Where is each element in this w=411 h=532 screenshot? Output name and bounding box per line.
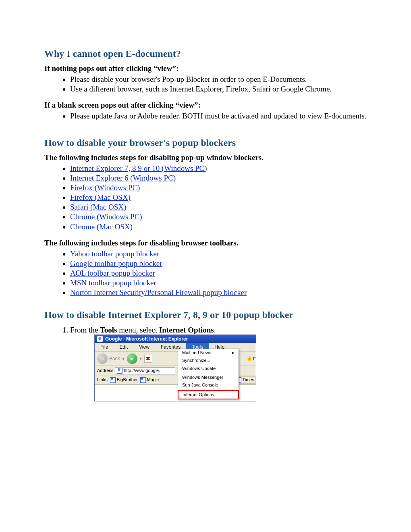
link-chrome-mac[interactable]: Chrome (Mac OSX) (70, 222, 133, 231)
link-msn-toolbar[interactable]: MSN toolbar popup blocker (70, 278, 156, 287)
menu-item-mail-news[interactable]: Mail and News ▶ (178, 349, 239, 357)
subheading-disable-toolbars: The following includes steps for disabli… (44, 239, 367, 247)
page-icon (117, 368, 122, 374)
menu-item-internet-options[interactable]: Internet Options... (178, 390, 239, 399)
link-bigbrother[interactable]: BigBrother (110, 377, 138, 383)
arrow-right-icon: ► (130, 356, 135, 362)
page-icon (140, 377, 146, 383)
menu-item-windows-messenger[interactable]: Windows Messenger (178, 374, 239, 381)
ie-logo-icon (97, 336, 103, 342)
link-firefox-mac[interactable]: Firefox (Mac OSX) (70, 193, 131, 202)
links-label: Links (97, 377, 108, 382)
link-magic[interactable]: Magic (140, 377, 159, 383)
list-item: Norton Internet Security/Personal Firewa… (70, 288, 367, 297)
link-ie-7-10[interactable]: Internet Explorer 7, 8 9 or 10 (Windows … (70, 164, 207, 172)
list-item: Internet Explorer 6 (Windows PC) (70, 173, 367, 183)
arrow-left-icon: ◄ (100, 356, 105, 362)
menu-view[interactable]: View (133, 343, 155, 351)
link-ie-6[interactable]: Internet Explorer 6 (Windows PC) (70, 174, 176, 182)
tools-dropdown-menu: Mail and News ▶ Synchronize... Windows U… (178, 349, 239, 399)
step-text: . (214, 326, 216, 334)
subheading-nothing-pops: If nothing pops out after clicking “view… (44, 64, 367, 73)
step-text: menu, select (117, 326, 159, 334)
menu-item-label: Sun Java Console (182, 382, 218, 388)
submenu-arrow-icon: ▶ (232, 351, 235, 355)
list-item: Chrome (Windows PC) (70, 212, 367, 221)
list-toolbar-links: Yahoo toolbar popup blocker Google toolb… (44, 249, 367, 297)
back-dropdown-icon[interactable]: ▼ (122, 357, 125, 361)
link-text: Times (242, 377, 254, 382)
step-item: From the Tools menu, select Internet Opt… (70, 325, 367, 401)
heading-disable-ie-popup: How to disable Internet Explorer 7, 8, 9… (44, 310, 367, 320)
list-item: Please disable your browser's Pop-up Blo… (70, 75, 367, 84)
list-item: Yahoo toolbar popup blocker (70, 249, 367, 258)
link-text: BigBrother (117, 377, 138, 382)
list-blank-screen: Please update Java or Adobe reader. BOTH… (44, 111, 367, 121)
x-icon: ✖ (146, 355, 150, 362)
ie-title-text: Google - Microsoft Internet Explorer (105, 336, 188, 342)
page-icon (110, 377, 116, 383)
forward-button[interactable]: ► (127, 353, 137, 364)
step-bold-tools: Tools (100, 326, 117, 334)
back-label: Back (109, 356, 120, 362)
section-divider (44, 130, 367, 130)
subheading-blank-screen: If a blank screen pops out after clickin… (44, 101, 367, 110)
list-item: MSN toolbar popup blocker (70, 278, 367, 287)
address-label: Address (97, 368, 113, 373)
menu-file[interactable]: File (95, 343, 114, 351)
menu-item-label: Synchronize... (182, 358, 210, 363)
list-item: Internet Explorer 7, 8 9 or 10 (Windows … (70, 164, 367, 173)
menu-item-windows-update[interactable]: Windows Update (178, 365, 239, 372)
forward-dropdown-icon[interactable]: ▼ (139, 357, 143, 361)
link-chrome-win[interactable]: Chrome (Windows PC) (70, 212, 142, 221)
menu-separator (178, 373, 239, 373)
list-item: Google toolbar popup blocker (70, 259, 367, 268)
favorites-label: F (253, 355, 256, 362)
link-yahoo-toolbar[interactable]: Yahoo toolbar popup blocker (70, 249, 159, 258)
menu-item-label: Windows Messenger (182, 375, 223, 380)
address-input[interactable]: http://www.google. (115, 367, 175, 374)
list-item: Chrome (Mac OSX) (70, 222, 367, 231)
step-text: From the (70, 326, 100, 334)
menu-edit[interactable]: Edit (114, 343, 133, 351)
link-aol-toolbar[interactable]: AOL toolbar popup blocker (70, 269, 155, 277)
link-safari-mac[interactable]: Safari (Mac OSX) (70, 203, 126, 211)
list-nothing-pops: Please disable your browser's Pop-up Blo… (44, 75, 367, 94)
subheading-disable-popups: The following includes steps for disabli… (44, 153, 367, 162)
link-norton[interactable]: Norton Internet Security/Personal Firewa… (70, 288, 247, 297)
ie-titlebar: Google - Microsoft Internet Explorer (95, 335, 256, 343)
menu-item-label: Windows Update (182, 366, 216, 371)
address-url: http://www.google. (124, 368, 160, 373)
link-google-toolbar[interactable]: Google toolbar popup blocker (70, 259, 162, 268)
list-item: Firefox (Windows PC) (70, 183, 367, 192)
back-button[interactable]: ◄ (97, 353, 108, 364)
list-item: Safari (Mac OSX) (70, 202, 367, 212)
step-bold-internet-options: Internet Options (159, 326, 214, 334)
menu-item-sun-java[interactable]: Sun Java Console (178, 381, 239, 389)
list-item: AOL toolbar popup blocker (70, 268, 367, 278)
list-item: Use a different browser, such as Interne… (70, 84, 367, 94)
stop-button[interactable]: ✖ (144, 355, 152, 363)
link-text: Magic (147, 377, 159, 382)
heading-disable-popup-blockers: How to disable your browser's popup bloc… (44, 137, 367, 148)
list-browser-links: Internet Explorer 7, 8 9 or 10 (Windows … (44, 164, 367, 231)
steps-ie: From the Tools menu, select Internet Opt… (44, 325, 367, 401)
heading-why-cannot-open: Why I cannot open E-document? (44, 48, 367, 59)
favorites-star-icon[interactable]: ★F (246, 355, 253, 362)
ie-screenshot: Google - Microsoft Internet Explorer Fil… (94, 335, 256, 401)
menu-item-label: Internet Options... (183, 392, 218, 397)
list-item: Firefox (Mac OSX) (70, 193, 367, 202)
menu-item-synchronize[interactable]: Synchronize... (178, 357, 239, 364)
menu-item-label: Mail and News (182, 350, 211, 355)
list-item: Please update Java or Adobe reader. BOTH… (70, 111, 367, 121)
link-firefox-win[interactable]: Firefox (Windows PC) (70, 183, 140, 192)
